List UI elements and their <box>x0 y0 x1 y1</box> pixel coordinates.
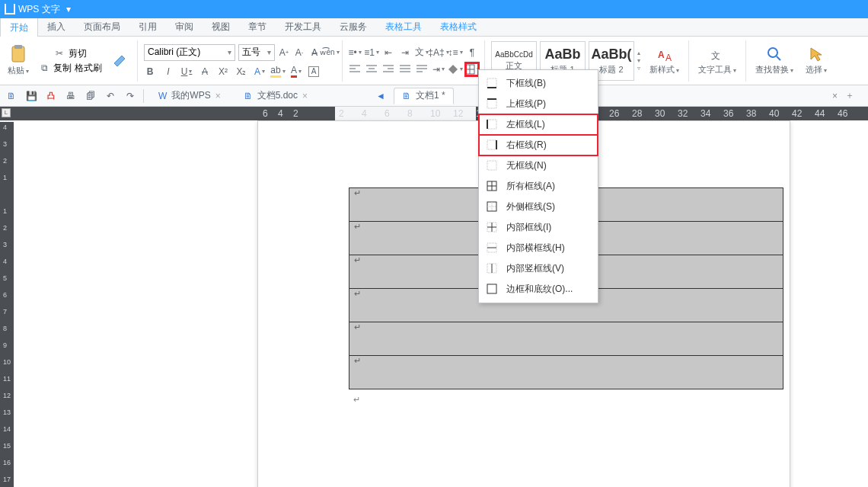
bullets-button[interactable]: ≡• <box>349 46 361 59</box>
copy-button[interactable]: ⧉复制 <box>38 62 72 75</box>
close-tab-icon[interactable]: × <box>215 91 221 101</box>
align-justify-button[interactable] <box>399 63 411 75</box>
line-spacing-button[interactable]: ↕≡ <box>449 46 461 59</box>
border-dropdown-button[interactable] <box>466 63 478 75</box>
text-tool-button[interactable]: 文 文字工具 <box>695 46 739 75</box>
font-size-combo[interactable]: 五号▾ <box>238 44 275 61</box>
workspace: 43211234567891011121314151617 ↵ ↵ ↵ ↵ ↵ … <box>0 120 868 487</box>
border-inner-item[interactable]: 内部框线(I) <box>479 217 598 238</box>
arrow-left-icon[interactable]: ◄ <box>374 89 388 103</box>
doctab-doc5[interactable]: 🗎文档5.doc× <box>235 88 316 104</box>
border-shading-item[interactable]: 边框和底纹(O)... <box>479 279 598 300</box>
ribbon-tab-bar: 开始 插入 页面布局 引用 审阅 视图 章节 开发工具 云服务 表格工具 表格样… <box>0 18 868 37</box>
new-style-button[interactable]: AA 新样式 <box>646 46 682 75</box>
scissors-icon: ✂ <box>53 47 65 59</box>
print-icon[interactable]: 🖶 <box>64 89 78 103</box>
border-none-icon <box>487 160 499 172</box>
border-top-item[interactable]: 上框线(P) <box>479 94 598 114</box>
border-all-item[interactable]: 所有框线(A) <box>479 176 598 197</box>
strike-button[interactable]: A <box>199 66 211 78</box>
ruler-tick: 4 <box>362 108 367 119</box>
border-outer-item[interactable]: 外侧框线(S) <box>479 197 598 217</box>
border-innerv-item[interactable]: 内部竖框线(V) <box>479 258 598 279</box>
redo-icon[interactable]: ↷ <box>123 89 137 103</box>
subscript-button[interactable]: X₂ <box>235 66 247 78</box>
border-innerh-item[interactable]: 内部横框线(H) <box>479 238 598 258</box>
table-row[interactable]: ↵ <box>349 322 783 356</box>
highlight-button[interactable]: ab <box>272 66 284 78</box>
doctab-doc1[interactable]: 🗎文档1 * <box>394 88 454 104</box>
border-bottom-item[interactable]: 下框线(B) <box>479 73 598 94</box>
undo-icon[interactable]: ↶ <box>104 89 117 103</box>
align-center-button[interactable] <box>365 63 378 75</box>
superscript-button[interactable]: X² <box>217 66 229 78</box>
tab-view[interactable]: 视图 <box>203 18 239 36</box>
table-row[interactable]: ↵ <box>349 356 783 389</box>
border-none-item[interactable]: 无框线(N) <box>479 155 598 176</box>
tab-table-style[interactable]: 表格样式 <box>431 18 486 36</box>
vruler-tick: 2 <box>3 224 7 232</box>
new-doc-icon[interactable]: 🗎 <box>5 89 18 103</box>
border-menu: 下框线(B) 上框线(P) 左框线(L) 右框线(R) 无框线(N) 所有框线(… <box>478 69 598 303</box>
clear-format-button[interactable]: A̶ <box>308 46 321 59</box>
tab-review[interactable]: 审阅 <box>166 18 203 36</box>
find-replace-button[interactable]: 查找替换 <box>752 46 796 75</box>
align-left-button[interactable] <box>349 63 361 75</box>
cut-button[interactable]: ✂剪切 <box>53 47 87 60</box>
text-direction-button[interactable]: 文 <box>416 46 428 59</box>
new-tab-icon[interactable]: ＋ <box>845 89 854 102</box>
app-menu-dropdown[interactable]: ▾ <box>66 4 71 14</box>
text-effect-button[interactable]: A <box>254 66 266 78</box>
border-right-item[interactable]: 右框线(R) <box>479 135 598 155</box>
show-marks-button[interactable]: ¶ <box>466 46 478 59</box>
underline-button[interactable]: U <box>180 66 193 78</box>
ruler-tick: 10 <box>430 108 440 119</box>
tab-layout[interactable]: 页面布局 <box>75 18 129 36</box>
tab-stop-type-icon[interactable]: L <box>2 108 11 117</box>
paste-button[interactable]: 粘贴 <box>5 45 32 76</box>
border-grid-icon <box>464 64 475 75</box>
align-right-button[interactable] <box>382 63 394 75</box>
indent-dec-button[interactable]: ⇤ <box>382 46 394 59</box>
shrink-font-button[interactable]: A- <box>293 46 305 59</box>
doctab-mywps[interactable]: W我的WPS× <box>150 88 229 104</box>
grow-font-button[interactable]: A+ <box>278 46 290 59</box>
tab-table-tools[interactable]: 表格工具 <box>376 18 431 36</box>
vruler-tick: 4 <box>3 123 7 131</box>
print-preview-icon[interactable]: 🗐 <box>84 89 97 103</box>
tab-cloud[interactable]: 云服务 <box>330 18 376 36</box>
doc-icon: 🗎 <box>402 91 411 101</box>
horizontal-ruler[interactable]: L 64224681012142628303234363840424446 <box>0 107 868 120</box>
format-brush-button[interactable] <box>108 53 131 69</box>
char-scale-button[interactable]: ‡A‡ <box>432 46 445 59</box>
export-pdf-icon[interactable]: 凸 <box>44 89 58 103</box>
tab-cite[interactable]: 引用 <box>129 18 166 36</box>
paragraph-group: ≡• ≡1 ⇤ ⇥ 文 ‡A‡ ↕≡ ¶ ⇥ <box>349 46 478 75</box>
tab-chapter[interactable]: 章节 <box>239 18 276 36</box>
border-left-item[interactable]: 左框线(L) <box>479 114 598 135</box>
align-distribute-button[interactable] <box>416 63 428 75</box>
close-tab-icon[interactable]: × <box>302 91 308 101</box>
change-case-button[interactable]: w͡én <box>324 46 336 59</box>
italic-button[interactable]: I <box>162 66 174 78</box>
ruler-tick: 6 <box>263 108 268 119</box>
bold-button[interactable]: B <box>144 66 156 78</box>
tab-insert[interactable]: 插入 <box>38 18 75 36</box>
tab-stops-button[interactable]: ⇥ <box>432 63 445 75</box>
page-area[interactable]: ↵ ↵ ↵ ↵ ↵ ↵ ↵ <box>14 120 868 487</box>
select-button[interactable]: 选择 <box>803 46 830 75</box>
font-name-combo[interactable]: Calibri (正文)▾ <box>144 44 235 61</box>
numbering-button[interactable]: ≡1 <box>365 46 378 59</box>
tab-start[interactable]: 开始 <box>0 18 38 37</box>
char-border-button[interactable]: A <box>308 66 319 77</box>
close-doc-icon[interactable]: × <box>832 91 838 101</box>
font-color-button[interactable]: A <box>290 66 302 78</box>
vertical-ruler[interactable]: 43211234567891011121314151617 <box>0 120 14 487</box>
format-painter-button[interactable]: 格式刷 <box>75 62 102 75</box>
svg-text:文: 文 <box>711 50 720 61</box>
indent-inc-button[interactable]: ⇥ <box>399 46 411 59</box>
style-scroller[interactable]: ▴▾▿ <box>637 50 640 72</box>
save-icon[interactable]: 💾 <box>24 89 38 103</box>
tab-dev[interactable]: 开发工具 <box>276 18 330 36</box>
shading-button[interactable] <box>449 63 461 75</box>
